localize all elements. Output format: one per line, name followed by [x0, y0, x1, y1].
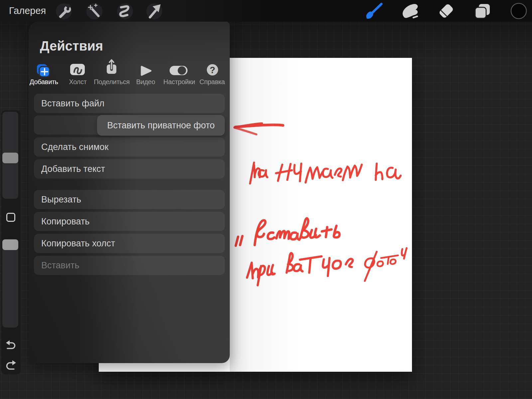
- svg-text:?: ?: [210, 65, 215, 75]
